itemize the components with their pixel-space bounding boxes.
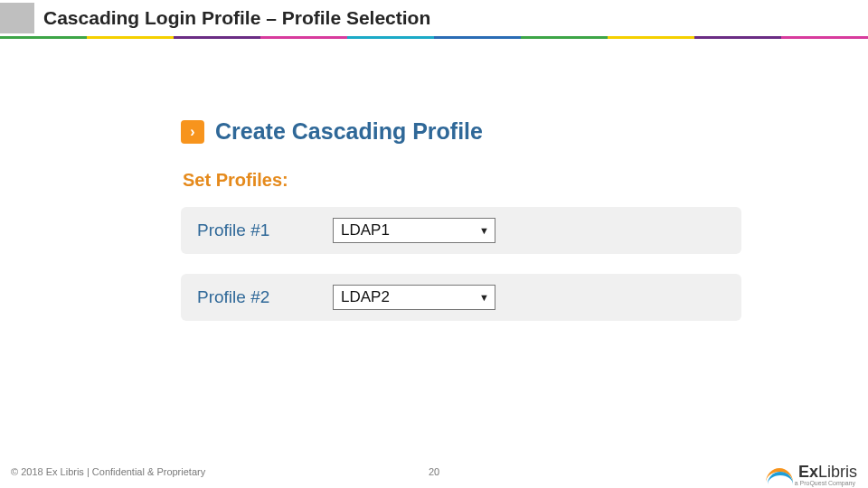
- profile-2-select[interactable]: LDAP2 ▼: [333, 285, 495, 310]
- slide-title: Cascading Login Profile – Profile Select…: [43, 7, 430, 29]
- content-area: › Create Cascading Profile Set Profiles:…: [181, 113, 741, 341]
- brand-part2: Libris: [818, 463, 857, 481]
- section-subheading: Set Profiles:: [183, 170, 741, 191]
- dropdown-caret-icon: ▼: [479, 225, 489, 236]
- profile-1-select[interactable]: LDAP1 ▼: [333, 218, 495, 243]
- brand-part1: Ex: [798, 463, 818, 481]
- profile-2-label: Profile #2: [197, 287, 306, 307]
- chevron-glyph: ›: [190, 124, 194, 140]
- dropdown-caret-icon: ▼: [479, 292, 489, 303]
- slide-header: Cascading Login Profile – Profile Select…: [0, 0, 868, 36]
- footer-copyright: © 2018 Ex Libris | Confidential & Propri…: [11, 466, 205, 477]
- header-accent-block: [0, 3, 34, 33]
- profile-1-label: Profile #1: [197, 221, 306, 240]
- brand-subtitle: a ProQuest Company: [795, 480, 855, 486]
- section-heading: Create Cascading Profile: [215, 118, 483, 145]
- section-header: › Create Cascading Profile: [181, 113, 741, 155]
- brand-text: ExLibris: [798, 463, 857, 482]
- profile-row-1: Profile #1 LDAP1 ▼: [181, 207, 741, 254]
- profile-2-select-value: LDAP2: [341, 288, 390, 306]
- slide: Cascading Login Profile – Profile Select…: [0, 0, 868, 488]
- footer-page-number: 20: [429, 466, 439, 477]
- profile-1-select-value: LDAP1: [341, 221, 390, 239]
- brand-swoosh-icon: [766, 463, 793, 481]
- profile-row-2: Profile #2 LDAP2 ▼: [181, 274, 741, 321]
- brand-logo: ExLibris a ProQuest Company: [766, 463, 857, 482]
- slide-footer: © 2018 Ex Libris | Confidential & Propri…: [0, 455, 868, 488]
- expand-chevron-icon[interactable]: ›: [181, 120, 204, 144]
- header-underline: [0, 36, 868, 39]
